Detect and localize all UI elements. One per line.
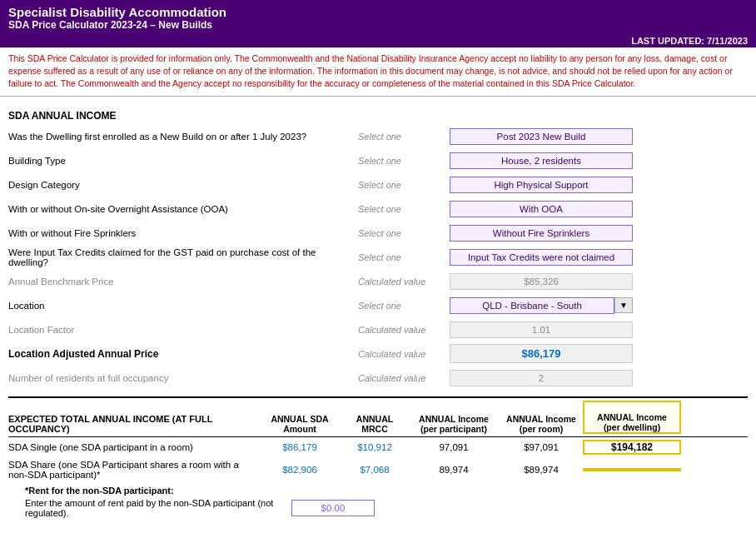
- building-type-input: House, 2 residents: [450, 152, 748, 169]
- ooa-select[interactable]: With OOA: [450, 201, 633, 217]
- new-build-label: Was the Dwelling first enrolled as a New…: [8, 132, 358, 142]
- table-row-share: SDA Share (one SDA Participant shares a …: [8, 457, 748, 482]
- table-single-desc: SDA Single (one SDA participant in a roo…: [8, 442, 258, 452]
- benchmark-price-value: $85,326: [450, 273, 633, 290]
- table-single-income-participant: 97,091: [408, 442, 500, 452]
- disclaimer-text: This SDA Price Calculator is provided fo…: [0, 47, 756, 97]
- design-category-row: Design Category Select one High Physical…: [8, 175, 748, 195]
- location-factor-input: 1.01: [450, 321, 748, 338]
- residents-sublabel: Calculated value: [358, 373, 450, 383]
- design-category-label: Design Category: [8, 180, 358, 190]
- benchmark-price-input: $85,326: [450, 273, 748, 290]
- benchmark-price-label: Annual Benchmark Price: [8, 276, 358, 286]
- fire-sprinklers-label: With or without Fire Sprinklers: [8, 228, 358, 238]
- table-col-income-dwelling-header: ANNUAL Income (per dwelling): [583, 401, 681, 434]
- table-share-income-participant: 89,974: [408, 465, 500, 475]
- rent-bold-label: *Rent for the non-SDA participant:: [8, 486, 748, 496]
- main-title: Specialist Disability Accommodation: [8, 5, 748, 19]
- table-header: EXPECTED TOTAL ANNUAL INCOME (AT FULL OC…: [8, 396, 748, 437]
- table-share-income-dwelling: [583, 468, 681, 471]
- adjusted-price-sublabel: Calculated value: [358, 349, 450, 359]
- section-title: SDA ANNUAL INCOME: [8, 110, 748, 122]
- table-single-annual-sda: $86,179: [258, 442, 341, 452]
- new-build-input: Post 2023 New Build: [450, 128, 748, 145]
- table-share-annual-sda: $82,906: [258, 465, 341, 475]
- location-select-container: QLD - Brisbane - South ▼: [450, 297, 633, 314]
- fire-sprinklers-sublabel: Select one: [358, 228, 450, 238]
- location-label: Location: [8, 301, 358, 311]
- location-factor-sublabel: Calculated value: [358, 325, 450, 335]
- table-share-desc: SDA Share (one SDA Participant shares a …: [8, 460, 258, 480]
- location-dropdown-arrow[interactable]: ▼: [614, 297, 633, 313]
- income-table: EXPECTED TOTAL ANNUAL INCOME (AT FULL OC…: [8, 396, 748, 518]
- residents-row: Number of residents at full occupancy Ca…: [8, 368, 748, 388]
- adjusted-price-input: $86,179: [450, 344, 748, 363]
- table-col-annual-sda-header: ANNUAL SDA Amount: [258, 404, 341, 434]
- residents-value: 2: [450, 370, 633, 386]
- main-content: SDA ANNUAL INCOME Was the Dwelling first…: [0, 97, 756, 525]
- tax-credits-select[interactable]: Input Tax Credits were not claimed: [450, 249, 633, 266]
- adjusted-price-row: Location Adjusted Annual Price Calculate…: [8, 344, 748, 364]
- header-container: Specialist Disability Accommodation SDA …: [0, 0, 756, 47]
- building-type-label: Building Type: [8, 156, 358, 166]
- residents-input: 2: [450, 370, 748, 386]
- location-factor-value: 1.01: [450, 321, 633, 338]
- sub-title: SDA Price Calculator 2023-24 – New Build…: [8, 19, 748, 31]
- location-row: Location Select one QLD - Brisbane - Sou…: [8, 296, 748, 316]
- fire-sprinklers-select[interactable]: Without Fire Sprinklers: [450, 225, 633, 242]
- building-type-select[interactable]: House, 2 residents: [450, 152, 633, 169]
- adjusted-price-label: Location Adjusted Annual Price: [8, 348, 358, 360]
- tax-credits-label: Were Input Tax Credits claimed for the G…: [8, 247, 358, 267]
- location-sublabel: Select one: [358, 301, 450, 311]
- header-top: Specialist Disability Accommodation SDA …: [0, 0, 756, 34]
- design-category-input: High Physical Support: [450, 177, 748, 193]
- table-share-annual-mrcc: $7,068: [341, 465, 408, 475]
- table-single-income-room: $97,091: [500, 442, 583, 452]
- location-factor-label: Location Factor: [8, 325, 358, 335]
- table-single-annual-mrcc: $10,912: [341, 442, 408, 452]
- location-input: QLD - Brisbane - South ▼: [450, 297, 748, 314]
- fire-sprinklers-row: With or without Fire Sprinklers Select o…: [8, 223, 748, 243]
- table-col-income-room-header: ANNUAL Income (per room): [500, 404, 583, 434]
- location-select[interactable]: QLD - Brisbane - South: [450, 297, 614, 314]
- residents-label: Number of residents at full occupancy: [8, 373, 358, 383]
- last-updated-label: LAST UPDATED: 7/11/2023: [631, 36, 748, 46]
- rent-section: *Rent for the non-SDA participant:: [8, 486, 748, 496]
- ooa-sublabel: Select one: [358, 204, 450, 214]
- table-share-income-room: $89,974: [500, 465, 583, 475]
- adjusted-price-value: $86,179: [450, 344, 633, 363]
- fire-sprinklers-input: Without Fire Sprinklers: [450, 225, 748, 242]
- table-single-income-dwelling: $194,182: [583, 440, 681, 455]
- building-type-row: Building Type Select one House, 2 reside…: [8, 151, 748, 171]
- ooa-label: With or without On-site Overnight Assist…: [8, 204, 358, 214]
- building-type-sublabel: Select one: [358, 156, 450, 166]
- location-factor-row: Location Factor Calculated value 1.01: [8, 320, 748, 340]
- table-row-single: SDA Single (one SDA participant in a roo…: [8, 437, 748, 457]
- ooa-row: With or without On-site Overnight Assist…: [8, 199, 748, 219]
- table-col-annual-mrcc-header: ANNUAL MRCC: [341, 404, 408, 434]
- table-col-income-participant-header: ANNUAL Income (per participant): [408, 404, 500, 434]
- tax-credits-sublabel: Select one: [358, 252, 450, 262]
- benchmark-price-sublabel: Calculated value: [358, 276, 450, 286]
- tax-credits-row: Were Input Tax Credits claimed for the G…: [8, 247, 748, 267]
- ooa-input: With OOA: [450, 201, 748, 217]
- rent-input-label: Enter the amount of rent paid by the non…: [8, 498, 291, 518]
- table-col-title: EXPECTED TOTAL ANNUAL INCOME (AT FULL OC…: [8, 414, 258, 434]
- tax-credits-input: Input Tax Credits were not claimed: [450, 249, 748, 266]
- last-updated-bar: LAST UPDATED: 7/11/2023: [0, 34, 756, 47]
- rent-input-field[interactable]: [291, 500, 375, 516]
- benchmark-price-row: Annual Benchmark Price Calculated value …: [8, 272, 748, 291]
- new-build-sublabel: Select one: [358, 132, 450, 142]
- rent-input-row: Enter the amount of rent paid by the non…: [8, 498, 748, 518]
- new-build-select[interactable]: Post 2023 New Build: [450, 128, 633, 145]
- new-build-row: Was the Dwelling first enrolled as a New…: [8, 127, 748, 147]
- design-category-select[interactable]: High Physical Support: [450, 177, 633, 193]
- design-category-sublabel: Select one: [358, 180, 450, 190]
